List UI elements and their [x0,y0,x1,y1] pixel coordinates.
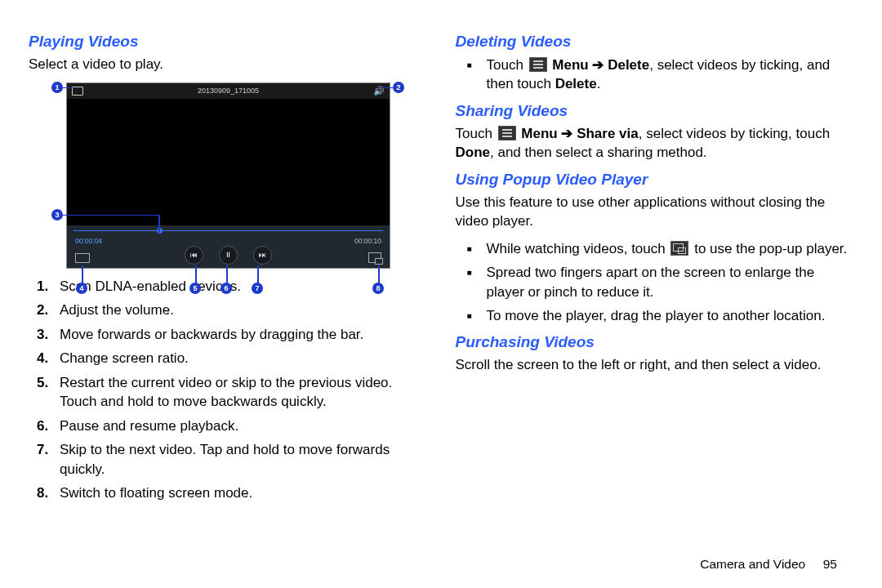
deleting-step: Touch Menu ➔ Delete, select videos by ti… [487,56,854,94]
callout-item-1: Scan DLNA-enabled devices. [60,277,427,296]
playing-intro: Select a video to play. [29,56,427,74]
callout-item-4: Change screen ratio. [60,349,427,368]
page-footer: Camera and Video 95 [700,557,837,572]
callout-7: 7 [252,283,263,294]
pause-button: ⏸ [219,246,238,265]
player-titlebar: 20130909_171005 🔊 [67,83,390,99]
callout-1: 1 [51,82,63,93]
heading-sharing-videos: Sharing Videos [456,102,854,120]
sharing-step: Touch Menu ➔ Share via, select videos by… [456,125,854,163]
float-mode-icon [368,252,381,263]
callout-item-6: Pause and resume playback. [60,416,427,435]
callout-list: Scan DLNA-enabled devices. Adjust the vo… [29,277,427,503]
callout-item-7: Skip to the next video. Tap and hold to … [60,440,427,479]
footer-section: Camera and Video [700,557,805,571]
purchasing-text: Scroll the screen to the left or right, … [456,356,854,375]
heading-playing-videos: Playing Videos [29,33,427,51]
popup-step-1: While watching videos, touch to use the … [487,239,854,258]
callout-6: 6 [220,283,232,294]
callout-item-3: Move forwards or backwards by dragging t… [60,325,427,344]
menu-icon [498,126,516,140]
callout-4: 4 [76,283,87,294]
left-column: Playing Videos Select a video to play. 1… [29,33,427,572]
callout-item-2: Adjust the volume. [60,301,427,319]
callout-3: 3 [51,209,63,220]
progress-bar [74,230,383,231]
menu-icon [529,57,547,72]
time-elapsed: 00:00:04 [75,237,102,245]
callout-5: 5 [189,283,201,294]
time-total: 00:00:10 [354,237,381,245]
popup-icon [670,241,688,256]
callout-8: 8 [372,283,384,294]
popup-step-3: To move the player, drag the player to a… [487,306,854,325]
heading-purchasing-videos: Purchasing Videos [456,333,854,351]
callout-item-5: Restart the current video or skip to the… [60,373,427,412]
callout-2: 2 [393,82,404,93]
footer-page-number: 95 [823,557,837,571]
callout-item-8: Switch to floating screen mode. [60,483,427,502]
video-viewport [67,99,390,225]
video-player: 20130909_171005 🔊 00:00:04 00:00:10 ⏮ ⏸ … [66,82,390,269]
video-player-diagram: 1 2 3 20130909_171005 🔊 00:00:04 00 [51,82,403,269]
player-controls: 00:00:04 00:00:10 ⏮ ⏸ ⏭ [67,225,390,268]
video-title: 20130909_171005 [198,87,259,95]
right-column: Deleting Videos Touch Menu ➔ Delete, sel… [456,33,854,572]
next-button: ⏭ [253,246,272,265]
popup-intro: Use this feature to use other applicatio… [456,194,854,231]
popup-step-2: Spread two fingers apart on the screen t… [487,263,854,301]
heading-deleting-videos: Deleting Videos [456,33,854,51]
heading-popup-player: Using Popup Video Player [456,171,854,189]
prev-button: ⏮ [185,246,203,265]
